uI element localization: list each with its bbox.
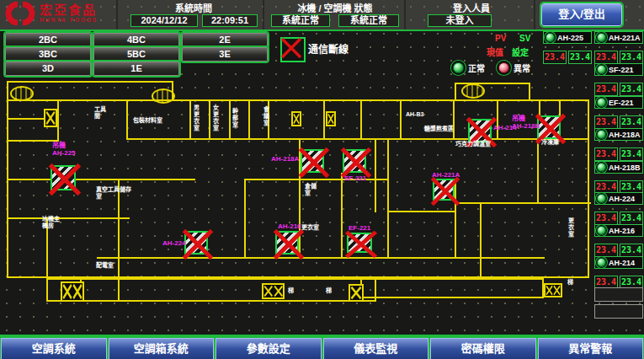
nav-button-參數設定[interactable]: 參數設定: [216, 338, 322, 359]
nav-button-儀表監視[interactable]: 儀表監視: [323, 338, 429, 359]
nav-button-空調系統[interactable]: 空調系統: [1, 338, 107, 359]
status-lamp-icon: [597, 33, 606, 42]
status-lamp-icon: [597, 226, 606, 235]
unit-name-label: AH-218A: [609, 131, 641, 139]
pv-value: 23.4: [594, 83, 618, 96]
status-lamp-icon: [597, 130, 606, 139]
unit-values-AH-224: 23.423.4: [594, 212, 643, 225]
pv-value: 23.4: [594, 147, 618, 161]
unit-name-label: AH-225: [557, 34, 583, 42]
unit-values-SF-221: 23.423.4: [594, 83, 643, 96]
unit-name-AH-224: AH-224: [594, 192, 643, 205]
unit-name-AH-216: AH-216: [594, 224, 643, 237]
empty-status-slot: [594, 287, 643, 302]
unit-name-label: SF-221: [609, 66, 634, 74]
unit-name-AH-221A: AH-221A: [594, 31, 643, 44]
sv-value: 23.4: [620, 147, 643, 161]
unit-status-column: AH-22523.423.4AH-221A23.423.4SF-22123.42…: [0, 0, 644, 359]
sv-value: 23.4: [620, 51, 643, 64]
unit-name-SF-221: SF-221: [594, 63, 643, 76]
status-lamp-icon: [597, 163, 606, 172]
unit-values-AH-225: 23.423.4: [543, 51, 592, 64]
unit-name-AH-218A: AH-218A: [594, 128, 643, 141]
empty-status-slot: [594, 304, 643, 319]
sv-value: 23.4: [568, 51, 592, 64]
unit-values-EF-221: 23.423.4: [594, 115, 643, 129]
bottom-nav-bar: 空調系統空調箱系統參數設定儀表監視密碼權限異常警報: [0, 335, 644, 359]
status-lamp-icon: [597, 65, 606, 74]
unit-name-label: AH-221A: [609, 34, 641, 42]
sv-value: 23.4: [620, 83, 643, 96]
unit-name-label: AH-224: [609, 195, 635, 203]
nav-button-密碼權限[interactable]: 密碼權限: [430, 338, 536, 359]
unit-name-AH-225: AH-225: [543, 31, 592, 44]
pv-value: 23.4: [594, 212, 618, 225]
sv-value: 23.4: [620, 244, 643, 257]
unit-values-AH-221A: 23.423.4: [594, 51, 643, 64]
pv-value: 23.4: [594, 244, 618, 257]
unit-name-EF-221: EF-221: [594, 96, 643, 109]
nav-button-異常警報[interactable]: 異常警報: [538, 338, 644, 359]
unit-name-AH-218B: AH-218B: [594, 161, 643, 174]
pv-value: 23.4: [594, 51, 618, 64]
unit-name-label: AH-218B: [609, 163, 641, 172]
status-lamp-icon: [597, 194, 606, 203]
pv-value: 23.4: [594, 115, 618, 129]
hmi-screen: 宏亞食品 HUNYA FOODS 系統時間 2024/12/12 22:09:5…: [0, 0, 644, 359]
sv-value: 23.4: [620, 212, 643, 225]
status-lamp-icon: [597, 258, 606, 267]
pv-value: 23.4: [543, 51, 567, 64]
nav-button-空調箱系統[interactable]: 空調箱系統: [109, 338, 215, 359]
status-lamp-icon: [546, 33, 555, 42]
unit-values-AH-216: 23.423.4: [594, 244, 643, 257]
sv-value: 23.4: [620, 115, 643, 129]
unit-name-label: AH-214: [609, 259, 635, 267]
unit-name-label: EF-221: [609, 99, 634, 107]
unit-name-label: AH-216: [609, 227, 635, 235]
unit-name-AH-214: AH-214: [594, 256, 643, 269]
unit-values-AH-218A: 23.423.4: [594, 147, 643, 161]
status-lamp-icon: [597, 98, 606, 107]
